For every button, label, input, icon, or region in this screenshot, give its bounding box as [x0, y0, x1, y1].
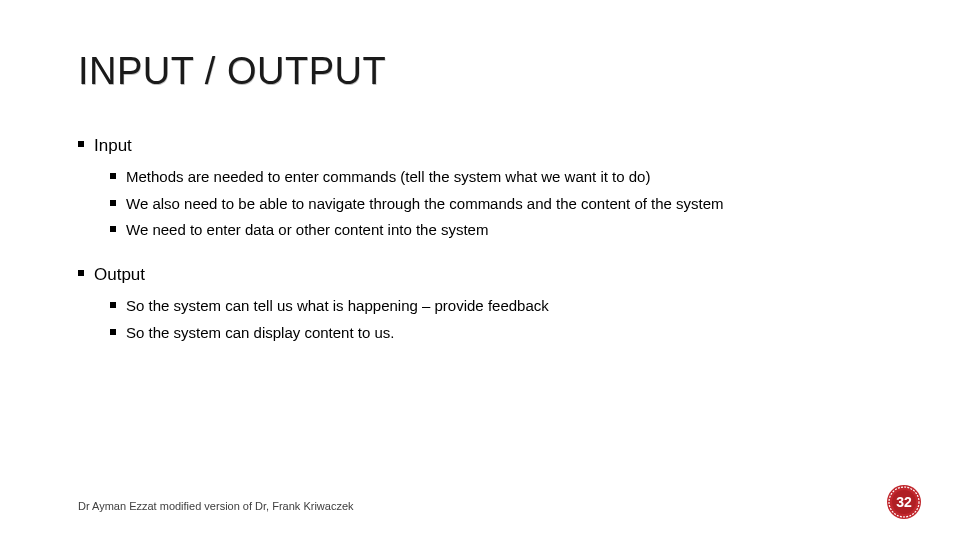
bullet-square-icon [110, 329, 116, 335]
section-heading: Input [94, 133, 132, 159]
list-item: Output [78, 262, 882, 288]
list-item-text: So the system can tell us what is happen… [126, 294, 549, 317]
bullet-square-icon [110, 173, 116, 179]
list-item-text: We need to enter data or other content i… [126, 218, 488, 241]
list-item-text: We also need to be able to navigate thro… [126, 192, 724, 215]
list-item: We also need to be able to navigate thro… [78, 192, 882, 215]
page-number: 32 [886, 484, 922, 520]
list-item-text: Methods are needed to enter commands (te… [126, 165, 650, 188]
bullet-square-icon [78, 270, 84, 276]
footer-credit: Dr Ayman Ezzat modified version of Dr, F… [78, 500, 354, 512]
list-item: Methods are needed to enter commands (te… [78, 165, 882, 188]
bullet-square-icon [110, 302, 116, 308]
bullet-square-icon [110, 226, 116, 232]
bullet-square-icon [110, 200, 116, 206]
slide-title: INPUT / OUTPUT [78, 50, 882, 93]
slide-content: Input Methods are needed to enter comman… [78, 133, 882, 344]
list-item: So the system can tell us what is happen… [78, 294, 882, 317]
list-item: Input [78, 133, 882, 159]
list-item-text: So the system can display content to us. [126, 321, 394, 344]
section-heading: Output [94, 262, 145, 288]
slide: INPUT / OUTPUT Input Methods are needed … [0, 0, 960, 540]
list-item: So the system can display content to us. [78, 321, 882, 344]
list-item: We need to enter data or other content i… [78, 218, 882, 241]
page-number-badge: 32 [886, 484, 922, 520]
bullet-square-icon [78, 141, 84, 147]
